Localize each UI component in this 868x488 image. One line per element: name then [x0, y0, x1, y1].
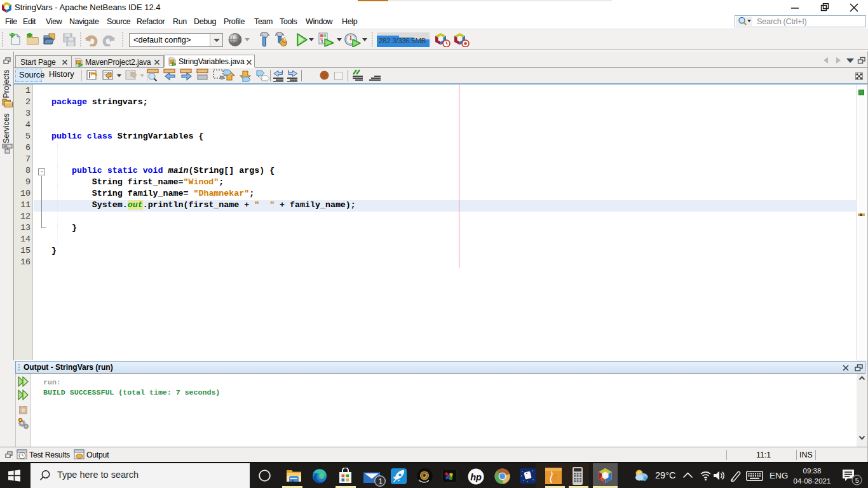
svg-text:5: 5 [855, 477, 859, 484]
svg-text:1: 1 [379, 477, 383, 486]
svg-text:hp: hp [470, 472, 482, 482]
svg-text:3: 3 [320, 39, 323, 44]
